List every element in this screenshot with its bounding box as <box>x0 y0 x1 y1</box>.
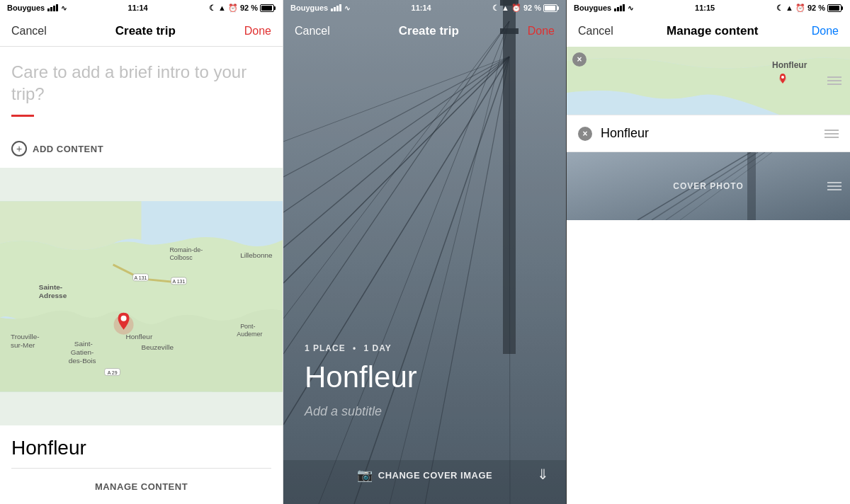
drag-photo-button[interactable] <box>827 182 842 190</box>
cancel-button-1[interactable]: Cancel <box>11 25 47 38</box>
panel-create-trip-2: Bouygues ∿ 11:14 ☾ ▲ ⏰ 92 % Cancel Creat… <box>283 0 567 504</box>
manage-content-label: MANAGE CONTENT <box>95 481 188 492</box>
svg-text:Lillebonne: Lillebonne <box>240 251 273 259</box>
cover-dot: • <box>353 343 356 353</box>
svg-text:Gatien-: Gatien- <box>71 348 94 356</box>
content-item-text: × Honfleur <box>567 115 850 152</box>
cancel-button-2[interactable]: Cancel <box>295 25 330 38</box>
signal-bar-4 <box>56 4 58 11</box>
svg-text:des-Bois: des-Bois <box>69 357 96 365</box>
svg-text:Colbosc: Colbosc <box>169 254 193 261</box>
battery-pct-3: 92 % <box>808 4 825 12</box>
cover-subtitle-placeholder[interactable]: Add a subtitle <box>305 404 545 419</box>
panel-1-bottom: Honfleur MANAGE CONTENT <box>0 425 283 504</box>
manage-section: × Honfleur × <box>567 47 850 504</box>
map-thumbnail: Honfleur <box>567 47 850 115</box>
cover-meta: 1 PLACE • 1 DAY <box>305 343 545 353</box>
signal-bars-1 <box>47 4 58 11</box>
carrier-3: Bouygues <box>574 4 611 12</box>
svg-text:Saint-: Saint- <box>74 340 93 348</box>
status-bar-1: Bouygues ∿ 11:14 ☾ ▲ ⏰ 92 % <box>0 0 283 16</box>
change-cover-btn[interactable]: 📷 CHANGE COVER IMAGE <box>283 467 566 483</box>
signal-bar-2-4 <box>339 4 341 11</box>
done-button-2[interactable]: Done <box>528 25 555 38</box>
signal-bars-3 <box>614 4 625 11</box>
svg-text:Honfleur: Honfleur <box>772 60 808 70</box>
manage-content-bar[interactable]: MANAGE CONTENT <box>11 468 271 504</box>
map-area[interactable]: A 131 A 131 Sainte- Adresse Romain-de- C… <box>0 168 283 425</box>
alarm-icon-2: ⏰ <box>511 4 521 13</box>
carrier-2: Bouygues <box>290 4 328 12</box>
signal-bar-3-2 <box>617 7 619 11</box>
time-3: 11:15 <box>695 4 715 12</box>
intro-placeholder[interactable]: Care to add a brief intro to your trip? <box>11 61 271 105</box>
map-svg: A 131 A 131 Sainte- Adresse Romain-de- C… <box>0 168 283 425</box>
location-icon-1: ▲ <box>218 4 226 12</box>
drag-text-button[interactable] <box>824 130 839 138</box>
drag-map-button[interactable] <box>827 76 842 85</box>
moon-icon-1: ☾ <box>209 4 216 13</box>
status-bar-3: Bouygues ∿ 11:15 ☾ ▲ ⏰ 92 % <box>567 0 850 16</box>
done-button-3[interactable]: Done <box>812 25 839 38</box>
battery-pct-1: 92 % <box>240 4 258 12</box>
cover-overlay <box>283 0 566 504</box>
remove-map-button[interactable]: × <box>572 52 586 67</box>
done-button-1[interactable]: Done <box>244 25 271 38</box>
moon-icon-3: ☾ <box>776 4 783 13</box>
drag-line-t1 <box>824 130 839 131</box>
scroll-down-icon: ⇓ <box>537 466 549 482</box>
alarm-icon-1: ⏰ <box>228 4 238 13</box>
status-bar-2: Bouygues ∿ 11:14 ☾ ▲ ⏰ 92 % <box>283 0 566 16</box>
camera-icon: 📷 <box>357 467 373 483</box>
status-left-3: Bouygues ∿ <box>574 4 633 12</box>
drag-line-p3 <box>827 189 842 190</box>
svg-text:Trouville-: Trouville- <box>11 333 40 340</box>
scroll-down-button[interactable]: ⇓ <box>537 466 549 483</box>
svg-text:A 29: A 29 <box>108 370 118 375</box>
content-item-map: × Honfleur <box>567 47 850 115</box>
add-content-label: ADD CONTENT <box>33 144 103 154</box>
drag-line-1 <box>827 76 842 78</box>
wifi-icon-2: ∿ <box>344 4 350 12</box>
nav-bar-1: Cancel Create trip Done <box>0 16 283 47</box>
signal-bar-3-3 <box>620 6 622 11</box>
signal-bar-2-3 <box>336 6 339 11</box>
signal-bar-2-2 <box>334 7 336 11</box>
location-icon-2: ▲ <box>502 4 509 12</box>
drag-line-p1 <box>827 182 842 183</box>
drag-line-t3 <box>824 137 839 138</box>
wifi-icon-1: ∿ <box>61 4 67 12</box>
signal-bars-2 <box>331 4 341 11</box>
signal-bar-2 <box>50 7 52 11</box>
status-right-2: ☾ ▲ ⏰ 92 % <box>492 4 559 13</box>
place-name-1: Honfleur <box>11 425 271 468</box>
place-count: 1 PLACE <box>305 343 346 353</box>
svg-text:Audemer: Audemer <box>237 331 262 338</box>
time-2: 11:14 <box>412 4 431 12</box>
text-item-label: Honfleur <box>601 126 816 141</box>
plus-icon: + <box>16 144 22 154</box>
moon-icon-2: ☾ <box>492 4 499 13</box>
drag-line-p2 <box>827 185 842 187</box>
remove-x-icon: × <box>577 55 582 64</box>
cover-title[interactable]: Honfleur <box>305 360 545 394</box>
svg-rect-52 <box>747 152 756 220</box>
nav-title-1: Create trip <box>115 24 176 38</box>
content-item-photo: COVER PHOTO <box>567 152 850 220</box>
intro-area: Care to add a brief intro to your trip? <box>0 47 283 141</box>
day-count: 1 DAY <box>364 343 392 353</box>
status-left-2: Bouygues ∿ <box>290 4 350 12</box>
signal-bar-3 <box>53 6 55 11</box>
add-content-button[interactable]: + ADD CONTENT <box>0 141 283 168</box>
signal-bar-2-1 <box>331 8 333 11</box>
battery-pct-2: 92 % <box>523 4 541 12</box>
svg-text:sur-Mer: sur-Mer <box>11 341 35 349</box>
cover-photo-thumbnail: COVER PHOTO <box>567 152 850 220</box>
remove-text-button[interactable]: × <box>578 127 592 141</box>
svg-text:Honfleur: Honfleur <box>126 333 153 340</box>
add-circle-icon: + <box>11 141 27 156</box>
alarm-icon-3: ⏰ <box>795 4 805 13</box>
svg-text:Sainte-: Sainte- <box>39 283 62 291</box>
signal-bar-3-4 <box>623 4 625 11</box>
cancel-button-3[interactable]: Cancel <box>578 25 613 38</box>
